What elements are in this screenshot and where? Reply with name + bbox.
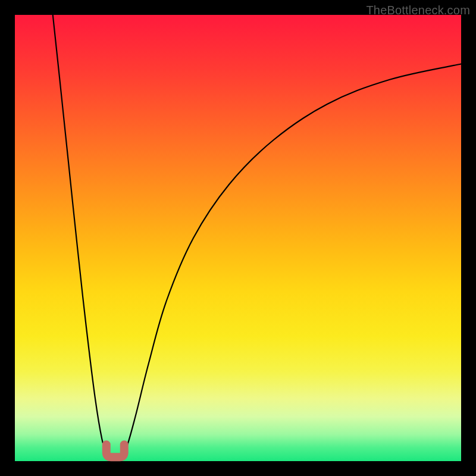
curve-right-branch [120,64,461,459]
chart-overlay [15,15,461,461]
chart-frame: TheBottleneck.com [0,0,476,476]
curve-left-branch [53,15,111,459]
minimum-marker [107,444,124,457]
